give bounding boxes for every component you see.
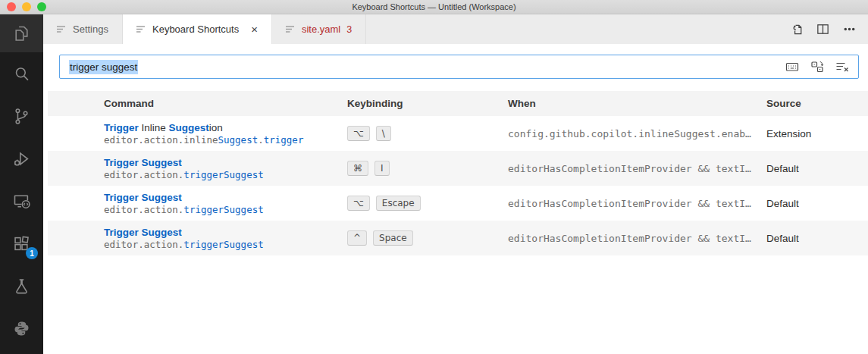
when-cell: editorHasCompletionItemProvider && textI… bbox=[508, 151, 751, 186]
command-cell: Trigger Inline Suggestioneditor.action.i… bbox=[104, 116, 303, 151]
more-actions-icon[interactable] bbox=[842, 22, 857, 36]
header-command[interactable]: Command bbox=[104, 91, 154, 116]
command-name: Trigger Suggest bbox=[104, 157, 264, 168]
file-icon bbox=[286, 25, 296, 34]
keybindings-table: Command Keybinding When Source Trigger I… bbox=[48, 91, 868, 255]
testing-beaker-icon bbox=[11, 276, 32, 296]
tab-label: Keyboard Shortcuts bbox=[152, 23, 239, 35]
activity-item-search[interactable] bbox=[0, 52, 43, 95]
tab-settings[interactable]: Settings bbox=[43, 14, 123, 44]
activity-item-source-control[interactable] bbox=[0, 95, 43, 137]
keycap: ^ bbox=[347, 230, 367, 246]
python-icon bbox=[11, 318, 32, 339]
activity-item-testing[interactable] bbox=[0, 265, 43, 307]
command-id: editor.action.triggerSuggest bbox=[104, 204, 264, 215]
tab-site-yaml[interactable]: site.yaml 3 bbox=[272, 14, 366, 44]
source-cell: Default bbox=[766, 221, 799, 255]
table-row[interactable]: Trigger Inline Suggestioneditor.action.i… bbox=[48, 116, 868, 151]
sort-by-precedence-icon[interactable] bbox=[810, 60, 824, 74]
command-name: Trigger Inline Suggestion bbox=[104, 122, 303, 133]
tab-label: site.yaml bbox=[302, 23, 340, 35]
keybinding-cell: ⌘I bbox=[347, 151, 390, 186]
settings-editor-icon bbox=[57, 25, 67, 34]
extensions-badge: 1 bbox=[26, 247, 38, 259]
keybindings-search-input[interactable]: trigger suggest bbox=[59, 55, 859, 79]
when-cell: editorHasCompletionItemProvider && textI… bbox=[508, 186, 751, 221]
tab-problems-badge: 3 bbox=[346, 24, 352, 35]
activity-item-extensions[interactable]: 1 bbox=[0, 222, 43, 265]
files-icon bbox=[11, 23, 32, 44]
tab-bar: Settings Keyboard Shortcuts × site.yaml … bbox=[43, 14, 868, 44]
command-name: Trigger Suggest bbox=[104, 227, 264, 238]
close-tab-icon[interactable]: × bbox=[251, 23, 258, 35]
keycap: Space bbox=[373, 230, 413, 246]
search-actions bbox=[785, 60, 849, 74]
remote-explorer-icon bbox=[11, 191, 32, 211]
tab-label: Settings bbox=[73, 23, 108, 35]
table-header: Command Keybinding When Source bbox=[48, 91, 868, 116]
editor-actions bbox=[789, 14, 868, 44]
command-name: Trigger Suggest bbox=[104, 192, 264, 203]
table-row[interactable]: Trigger Suggesteditor.action.triggerSugg… bbox=[48, 186, 868, 221]
command-cell: Trigger Suggesteditor.action.triggerSugg… bbox=[104, 186, 264, 221]
window-title: Keyboard Shortcuts — Untitled (Workspace… bbox=[0, 2, 868, 11]
command-id: editor.action.inlineSuggest.trigger bbox=[104, 134, 303, 146]
activity-item-python[interactable] bbox=[0, 307, 43, 349]
activity-item-remote-explorer[interactable] bbox=[0, 180, 43, 222]
source-cell: Default bbox=[766, 186, 799, 221]
source-control-icon bbox=[11, 106, 32, 127]
header-when[interactable]: When bbox=[508, 91, 536, 116]
split-editor-icon[interactable] bbox=[816, 22, 830, 36]
table-row[interactable]: Trigger Suggesteditor.action.triggerSugg… bbox=[48, 221, 868, 255]
header-keybinding[interactable]: Keybinding bbox=[347, 91, 403, 116]
keycap: ⌥ bbox=[347, 196, 370, 211]
title-bar: Keyboard Shortcuts — Untitled (Workspace… bbox=[0, 0, 868, 14]
record-keys-icon[interactable] bbox=[785, 60, 799, 74]
keycap: \ bbox=[376, 126, 391, 141]
clear-keybindings-search-icon[interactable] bbox=[835, 60, 849, 74]
run-debug-icon bbox=[11, 149, 32, 169]
keybinding-cell: ^Space bbox=[347, 221, 413, 255]
keycap: I bbox=[374, 161, 390, 176]
command-id: editor.action.triggerSuggest bbox=[104, 239, 264, 250]
open-keyboard-shortcuts-json-icon[interactable] bbox=[789, 22, 804, 36]
when-cell: editorHasCompletionItemProvider && textI… bbox=[508, 221, 751, 255]
header-source[interactable]: Source bbox=[766, 91, 801, 116]
keyboard-shortcuts-editor: trigger suggest bbox=[43, 44, 868, 354]
keycap: Escape bbox=[376, 196, 421, 211]
command-cell: Trigger Suggesteditor.action.triggerSugg… bbox=[104, 221, 264, 255]
search-icon bbox=[11, 64, 32, 84]
keycap: ⌘ bbox=[347, 161, 368, 176]
keyboard-shortcuts-editor-icon bbox=[136, 25, 146, 34]
keybinding-cell: ⌥\ bbox=[347, 116, 391, 151]
tab-keyboard-shortcuts[interactable]: Keyboard Shortcuts × bbox=[123, 14, 272, 44]
table-row[interactable]: Trigger Suggesteditor.action.triggerSugg… bbox=[48, 151, 868, 186]
source-cell: Default bbox=[766, 151, 799, 186]
shortcut-rows: Trigger Inline Suggestioneditor.action.i… bbox=[48, 116, 868, 255]
search-value: trigger suggest bbox=[69, 61, 138, 73]
activity-bar: 1 bbox=[0, 14, 43, 354]
keycap: ⌥ bbox=[347, 126, 370, 141]
activity-item-explorer[interactable] bbox=[0, 14, 43, 52]
source-cell: Extension bbox=[766, 116, 811, 151]
command-id: editor.action.triggerSuggest bbox=[104, 169, 264, 180]
command-cell: Trigger Suggesteditor.action.triggerSugg… bbox=[104, 151, 264, 186]
activity-item-run-debug[interactable] bbox=[0, 137, 43, 180]
when-cell: config.github.copilot.inlineSuggest.enab… bbox=[508, 116, 751, 151]
keybinding-cell: ⌥Escape bbox=[347, 186, 421, 221]
